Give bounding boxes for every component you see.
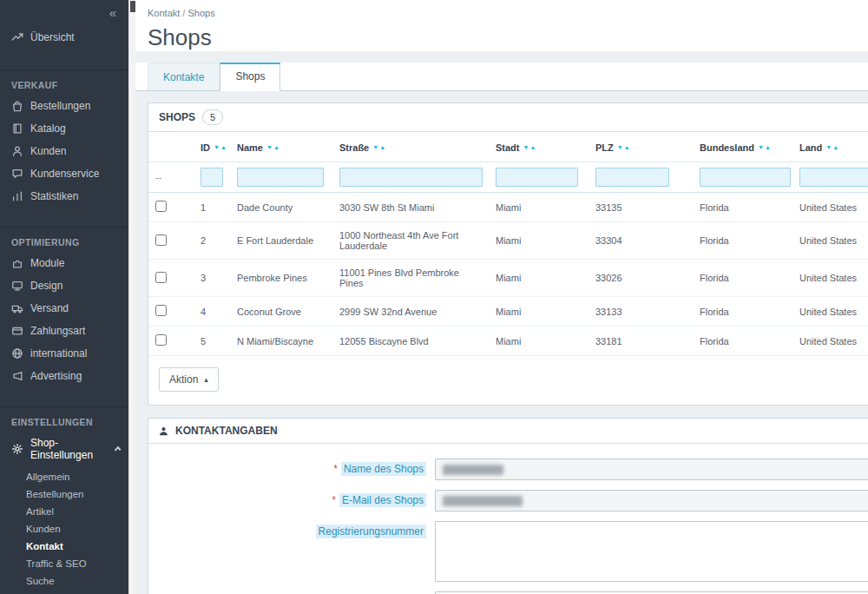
sort-icons[interactable] [369, 142, 386, 153]
sidebar-subitem-merchant-expertise[interactable]: Merchant Expertise [0, 590, 128, 594]
sidebar-subitem-suche[interactable]: Suche [0, 572, 128, 590]
shop-name-input[interactable] [435, 459, 868, 480]
filter-bundesland-input[interactable] [700, 168, 791, 187]
sidebar-item-uebersicht[interactable]: Übersicht [0, 26, 128, 49]
filter-stadt-input[interactable] [496, 168, 578, 187]
sort-icons[interactable] [263, 142, 280, 153]
shops-count-badge: 5 [202, 109, 223, 125]
sidebar-item-label: Kunden [30, 145, 66, 157]
sort-icons[interactable] [822, 142, 839, 153]
field-label: *E-Mail des Shops [148, 490, 435, 506]
sidebar-item-advertising[interactable]: Advertising [0, 365, 128, 387]
name-cell: E Fort Lauderdale [230, 222, 332, 260]
table-row[interactable]: 2E Fort Lauderdale1000 Northeast 4th Ave… [148, 222, 868, 260]
column-header-name[interactable]: Name [230, 132, 332, 162]
column-header-label: Straße [339, 142, 369, 153]
column-header-stadt[interactable]: Stadt [489, 132, 589, 162]
filter-land-input[interactable] [799, 168, 868, 187]
sidebar-subitem-traffic-seo[interactable]: Traffic & SEO [0, 555, 128, 572]
required-marker: * [332, 494, 336, 506]
sidebar-item-label: Design [30, 280, 62, 292]
sidebar-item-label: Übersicht [30, 31, 75, 43]
table-row[interactable]: 5N Miami/Biscayne12055 Biscayne BlvdMiam… [148, 327, 868, 356]
table-row[interactable]: 4Coconut Grove2999 SW 32nd AvenueMiami33… [148, 297, 868, 327]
shop-email-input[interactable] [435, 490, 868, 512]
sidebar-item-zahlungsart[interactable]: Zahlungsart [0, 320, 128, 342]
sidebar-item-label: Bestellungen [30, 100, 90, 112]
tab-kontakte[interactable]: Kontakte [148, 63, 220, 90]
sidebar-submenu: AllgemeinBestellungenArtikelKundenKontak… [0, 466, 128, 594]
required-marker: * [333, 463, 338, 475]
checkbox-cell [148, 327, 194, 356]
page-title: Shops [148, 24, 868, 51]
row-checkbox[interactable] [155, 272, 167, 283]
sidebar-item-katalog[interactable]: Katalog [0, 117, 128, 140]
zip-cell: 33026 [589, 260, 693, 297]
chat-icon [11, 168, 23, 180]
breadcrumb: KontaktShops [148, 8, 868, 18]
row-checkbox[interactable] [155, 334, 167, 346]
table-row[interactable]: 1Dade County3030 SW 8th St MiamiMiami331… [148, 193, 868, 222]
shops-panel-title: SHOPS [159, 111, 195, 123]
name-cell: Pembroke Pines [230, 260, 332, 297]
filter-plz-input[interactable] [595, 168, 669, 187]
sort-icons[interactable] [614, 142, 631, 153]
column-header-checkbox [148, 132, 194, 162]
contact-panel-title: KONTAKTANGABEN [175, 425, 278, 437]
sidebar-item-design[interactable]: Design [0, 274, 128, 297]
sort-icons[interactable] [754, 142, 772, 153]
sort-icons[interactable] [210, 142, 227, 153]
state-cell: Florida [693, 193, 792, 222]
column-header-bundesland[interactable]: Bundesland [693, 132, 792, 162]
state-cell: Florida [693, 222, 792, 260]
redacted-value [443, 465, 503, 475]
sidebar-item-statistiken[interactable]: Statistiken [0, 185, 128, 208]
sidebar-subitem-kunden[interactable]: Kunden [0, 520, 128, 538]
tab-shops[interactable]: Shops [220, 63, 280, 91]
page-scrollbar[interactable] [128, 0, 135, 594]
filter-strasse-input[interactable] [339, 168, 483, 187]
state-cell: Florida [693, 297, 792, 327]
sort-icons[interactable] [520, 142, 537, 153]
aktion-button[interactable]: Aktion [159, 367, 219, 392]
filter-id-input[interactable] [201, 168, 223, 187]
country-cell: United States [792, 260, 868, 297]
column-header-strasse[interactable]: Straße [332, 132, 489, 162]
sidebar-subitem-allgemein[interactable]: Allgemein [0, 468, 128, 485]
street-cell: 3030 SW 8th St Miami [332, 193, 489, 222]
table-header-row: IDNameStraßeStadtPLZBundeslandLand [148, 132, 868, 162]
sidebar-item-international[interactable]: international [0, 342, 128, 365]
registration-number-textarea[interactable] [435, 521, 868, 582]
filter-name-input[interactable] [237, 168, 324, 187]
monitor-icon [11, 280, 23, 292]
sidebar-item-shop-einstellungen[interactable]: Shop-Einstellungen [0, 432, 128, 466]
breadcrumb-link-kontakt[interactable]: Kontakt [148, 8, 180, 18]
table-row[interactable]: 3Pembroke Pines11001 Pines Blvd Pembroke… [148, 260, 868, 297]
row-checkbox[interactable] [155, 234, 167, 246]
checkbox-cell [148, 222, 194, 260]
sidebar-item-module[interactable]: Module [0, 252, 128, 274]
sidebar-item-kundenservice[interactable]: Kundenservice [0, 162, 128, 185]
row-checkbox[interactable] [155, 305, 167, 316]
sidebar-header [0, 0, 128, 26]
country-cell: United States [792, 222, 868, 260]
sidebar-section-title-einstellungen: EINSTELLUNGEN [0, 406, 128, 432]
column-header-plz[interactable]: PLZ [589, 132, 693, 162]
sidebar-subitem-kontakt[interactable]: Kontakt [0, 538, 128, 555]
column-header-label: PLZ [595, 142, 614, 153]
column-header-land[interactable]: Land [792, 132, 868, 162]
sidebar-item-kunden[interactable]: Kunden [0, 140, 128, 162]
row-checkbox[interactable] [155, 201, 167, 212]
sidebar-item-label: Zahlungsart [30, 325, 85, 337]
truck-icon [11, 302, 23, 314]
collapse-sidebar-icon[interactable] [109, 5, 116, 20]
state-cell: Florida [693, 327, 792, 356]
sidebar-item-bestellungen[interactable]: Bestellungen [0, 95, 128, 117]
contact-form: *Name des Shops *E-Mail des Shops [148, 444, 868, 594]
breadcrumb-current[interactable]: Shops [187, 8, 214, 18]
shops-panel: SHOPS 5 IDNameStraßeStadtPLZBundeslandLa… [148, 102, 868, 406]
column-header-id[interactable]: ID [194, 132, 230, 162]
sidebar-item-versand[interactable]: Versand [0, 297, 128, 320]
sidebar-subitem-artikel[interactable]: Artikel [0, 503, 128, 520]
sidebar-subitem-bestellungen[interactable]: Bestellungen [0, 485, 128, 503]
